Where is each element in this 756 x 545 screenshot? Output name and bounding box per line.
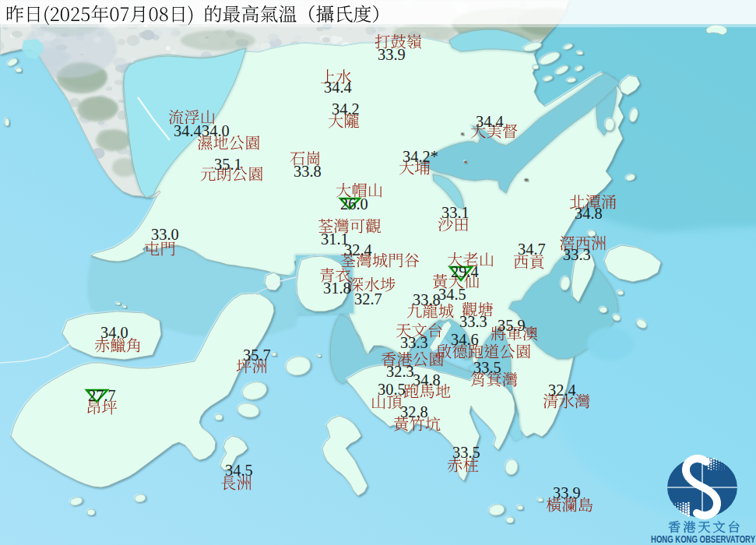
- svg-text:34.4: 34.4: [174, 122, 202, 139]
- svg-text:34.4: 34.4: [324, 79, 352, 96]
- svg-text:34.8: 34.8: [575, 205, 603, 222]
- svg-text:34.5: 34.5: [225, 462, 253, 479]
- svg-text:34.0: 34.0: [202, 122, 230, 139]
- svg-text:34.0: 34.0: [100, 324, 128, 341]
- svg-text:32.7: 32.7: [354, 290, 382, 308]
- svg-text:34.5: 34.5: [438, 286, 466, 303]
- svg-text:33.1: 33.1: [441, 204, 469, 221]
- svg-text:33.5: 33.5: [473, 359, 501, 376]
- svg-text:27.7: 27.7: [88, 387, 116, 404]
- svg-text:32.3: 32.3: [386, 363, 414, 380]
- svg-text:33.5: 33.5: [452, 444, 480, 461]
- svg-text:30.5: 30.5: [378, 381, 406, 398]
- svg-text:HONG KONG OBSERVATORY: HONG KONG OBSERVATORY: [651, 534, 756, 545]
- svg-text:35.9: 35.9: [498, 317, 526, 334]
- svg-text:33.9: 33.9: [553, 484, 581, 501]
- svg-text:33.8: 33.8: [413, 291, 441, 308]
- svg-text:34.7: 34.7: [518, 241, 546, 258]
- svg-text:31.8: 31.8: [323, 280, 351, 297]
- svg-text:34.4: 34.4: [476, 113, 504, 130]
- svg-text:34.2*: 34.2*: [403, 148, 438, 165]
- svg-text:34.8: 34.8: [413, 371, 441, 389]
- svg-text:35.7: 35.7: [243, 346, 271, 364]
- svg-text:32.4: 32.4: [344, 241, 372, 258]
- svg-text:32.8: 32.8: [400, 403, 428, 420]
- svg-text:33.3: 33.3: [563, 246, 591, 263]
- svg-text:33.0: 33.0: [151, 226, 179, 243]
- svg-text:33.3: 33.3: [459, 313, 487, 330]
- svg-text:32.4: 32.4: [548, 382, 576, 399]
- svg-text:35.1: 35.1: [214, 156, 242, 173]
- svg-text:33.3: 33.3: [400, 334, 428, 351]
- svg-text:34.6: 34.6: [451, 331, 479, 348]
- svg-text:33.8: 33.8: [294, 163, 322, 180]
- svg-text:34.2: 34.2: [332, 100, 360, 118]
- svg-text:33.9: 33.9: [378, 46, 406, 63]
- svg-text:29.4: 29.4: [451, 263, 479, 280]
- svg-text:26.0: 26.0: [340, 195, 368, 213]
